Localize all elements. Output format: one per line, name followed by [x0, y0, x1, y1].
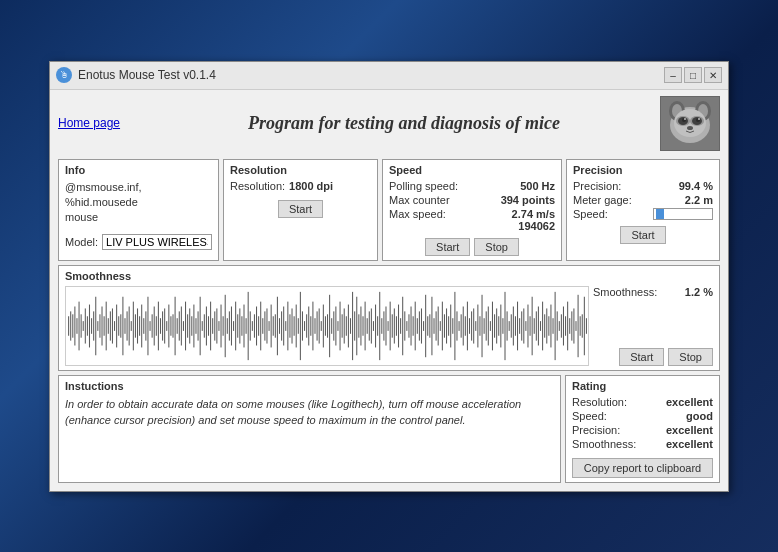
svg-rect-85 [210, 301, 211, 350]
precision-start-button[interactable]: Start [620, 226, 665, 244]
svg-rect-195 [440, 321, 441, 331]
svg-rect-129 [302, 311, 303, 340]
rating-resolution-row: Resolution: excellent [572, 396, 713, 408]
svg-rect-257 [569, 318, 570, 334]
svg-rect-101 [243, 304, 244, 347]
svg-rect-160 [367, 318, 368, 334]
svg-rect-185 [419, 311, 420, 340]
svg-rect-77 [193, 304, 194, 347]
svg-rect-142 [329, 294, 330, 356]
svg-rect-182 [413, 316, 414, 336]
svg-rect-170 [388, 321, 389, 331]
rating-smoothness-row: Smoothness: excellent [572, 438, 713, 450]
svg-rect-21 [76, 318, 77, 334]
svg-rect-114 [271, 304, 272, 347]
svg-rect-71 [181, 306, 182, 345]
copy-report-button[interactable]: Copy report to clipboard [572, 458, 713, 478]
svg-rect-34 [104, 316, 105, 336]
svg-rect-192 [433, 318, 434, 334]
speed-panel-title: Speed [389, 164, 555, 176]
svg-rect-25 [85, 308, 86, 343]
svg-rect-118 [279, 318, 280, 334]
svg-rect-58 [154, 306, 155, 345]
svg-point-15 [690, 116, 704, 126]
speed-meter-bar [653, 208, 713, 220]
model-input[interactable] [102, 234, 212, 250]
svg-rect-259 [573, 308, 574, 343]
speed-start-button[interactable]: Start [425, 238, 470, 256]
header-row: Home page Program for testing and diagno… [58, 96, 720, 151]
resolution-start-button[interactable]: Start [278, 200, 323, 218]
svg-rect-64 [166, 321, 167, 331]
raccoon-image [660, 96, 720, 151]
svg-rect-211 [473, 308, 474, 343]
svg-rect-99 [239, 308, 240, 343]
rating-precision-row: Precision: excellent [572, 424, 713, 436]
svg-rect-179 [406, 321, 407, 331]
minimize-button[interactable]: – [664, 67, 682, 83]
svg-rect-62 [162, 311, 163, 340]
svg-rect-225 [502, 318, 503, 334]
svg-rect-181 [411, 306, 412, 345]
svg-rect-241 [536, 311, 537, 340]
svg-rect-221 [494, 314, 495, 337]
svg-rect-128 [300, 291, 301, 359]
svg-rect-251 [557, 311, 558, 340]
svg-rect-205 [461, 314, 462, 337]
svg-rect-52 [141, 304, 142, 347]
svg-rect-86 [212, 318, 213, 334]
svg-rect-123 [289, 314, 290, 337]
svg-rect-132 [308, 306, 309, 345]
svg-rect-72 [183, 321, 184, 331]
svg-rect-70 [179, 311, 180, 340]
svg-rect-215 [482, 294, 483, 356]
precision-value: 99.4 % [679, 180, 713, 192]
svg-rect-39 [114, 321, 115, 331]
svg-rect-260 [575, 321, 576, 331]
svg-rect-69 [177, 318, 178, 334]
svg-rect-122 [287, 301, 288, 350]
svg-rect-165 [377, 316, 378, 336]
svg-rect-47 [131, 321, 132, 331]
svg-rect-167 [381, 318, 382, 334]
svg-rect-198 [446, 308, 447, 343]
svg-rect-206 [463, 306, 464, 345]
svg-rect-265 [586, 318, 587, 334]
svg-rect-196 [442, 301, 443, 350]
svg-rect-164 [375, 304, 376, 347]
svg-rect-108 [258, 316, 259, 336]
svg-rect-148 [342, 314, 343, 337]
svg-rect-103 [248, 291, 249, 359]
svg-rect-200 [450, 304, 451, 347]
smoothness-value-row: Smoothness: 1.2 % [593, 286, 713, 298]
title-buttons: – □ ✕ [664, 67, 722, 83]
speed-meter-row: Speed: [573, 208, 713, 220]
svg-rect-126 [296, 304, 297, 347]
svg-rect-209 [469, 318, 470, 334]
svg-rect-90 [221, 304, 222, 347]
svg-rect-153 [352, 291, 353, 359]
close-button[interactable]: ✕ [704, 67, 722, 83]
svg-rect-54 [145, 311, 146, 340]
svg-rect-57 [152, 314, 153, 337]
svg-rect-92 [225, 294, 226, 356]
svg-rect-237 [527, 304, 528, 347]
svg-rect-97 [235, 301, 236, 350]
home-page-link[interactable]: Home page [58, 116, 128, 130]
svg-rect-96 [233, 321, 234, 331]
svg-rect-24 [83, 321, 84, 331]
speed-stop-button[interactable]: Stop [474, 238, 519, 256]
svg-rect-29 [93, 311, 94, 340]
instructions-title: Instuctions [65, 380, 554, 392]
smoothness-graph: /* bars generated below */ [65, 286, 589, 366]
max-speed-sub: 194062 [512, 220, 555, 232]
svg-rect-228 [509, 321, 510, 331]
rating-section: Rating Resolution: excellent Speed: good… [565, 375, 720, 483]
svg-rect-109 [260, 301, 261, 350]
smoothness-stop-button[interactable]: Stop [668, 348, 713, 366]
svg-rect-189 [427, 316, 428, 336]
maximize-button[interactable]: □ [684, 67, 702, 83]
instructions-section: Instuctions In order to obtain accurate … [58, 375, 561, 483]
smoothness-start-button[interactable]: Start [619, 348, 664, 366]
svg-rect-161 [369, 311, 370, 340]
